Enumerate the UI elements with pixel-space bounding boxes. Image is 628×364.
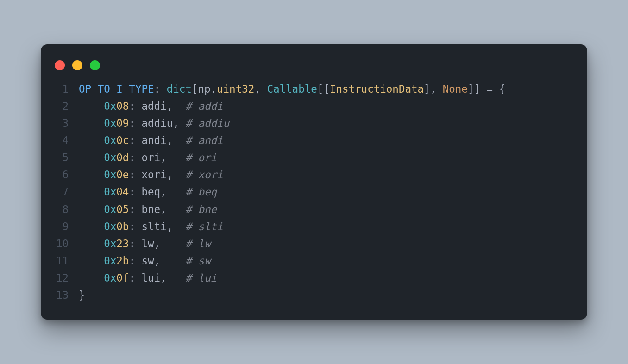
comment: # bne — [185, 201, 217, 218]
line-number: 6 — [55, 166, 79, 183]
maximize-icon[interactable] — [90, 60, 100, 70]
comment: # slti — [185, 218, 223, 235]
line-number: 3 — [55, 115, 79, 132]
comment: # andi — [185, 132, 223, 149]
type-callable: Callable — [267, 81, 317, 98]
line-number: 7 — [55, 183, 79, 201]
window-controls — [41, 57, 587, 81]
comment: # addiu — [185, 115, 229, 132]
line-number: 12 — [55, 270, 79, 287]
line-number: 11 — [55, 252, 79, 270]
code-line: 13 } — [55, 287, 573, 304]
code-line: 7 0x04: beq, # beq — [55, 183, 573, 201]
type-none: None — [443, 81, 468, 98]
line-number: 2 — [55, 98, 79, 115]
code-line: 11 0x2b: sw, # sw — [55, 252, 573, 270]
line-number: 1 — [55, 81, 79, 98]
code-line: 2 0x08: addi, # addi — [55, 98, 573, 115]
comment: # lw — [185, 235, 210, 252]
code-window: 1 OP_TO_I_TYPE: dict[np.uint32, Callable… — [41, 44, 587, 320]
comment: # sw — [185, 252, 210, 270]
line-number: 8 — [55, 201, 79, 218]
comment: # xori — [185, 166, 223, 183]
comment: # ori — [185, 149, 217, 166]
comment: # addi — [185, 98, 223, 115]
code-line: 3 0x09: addiu, # addiu — [55, 115, 573, 132]
line-number: 10 — [55, 235, 79, 252]
code-line: 12 0x0f: lui, # lui — [55, 270, 573, 287]
close-icon[interactable] — [55, 60, 65, 70]
line-number: 13 — [55, 287, 79, 304]
code-block[interactable]: 1 OP_TO_I_TYPE: dict[np.uint32, Callable… — [41, 81, 587, 304]
type-dict: dict — [167, 81, 192, 98]
minimize-icon[interactable] — [72, 60, 82, 70]
code-line: 8 0x05: bne, # bne — [55, 201, 573, 218]
comment: # beq — [185, 183, 217, 201]
close-brace: } — [79, 287, 85, 304]
code-line: 4 0x0c: andi, # andi — [55, 132, 573, 149]
code-line: 6 0x0e: xori, # xori — [55, 166, 573, 183]
variable-name: OP_TO_I_TYPE — [79, 81, 154, 98]
line-number: 5 — [55, 149, 79, 166]
code-line: 10 0x23: lw, # lw — [55, 235, 573, 252]
code-line: 1 OP_TO_I_TYPE: dict[np.uint32, Callable… — [55, 81, 573, 98]
code-line: 5 0x0d: ori, # ori — [55, 149, 573, 166]
line-number: 4 — [55, 132, 79, 149]
line-number: 9 — [55, 218, 79, 235]
code-line: 9 0x0b: slti, # slti — [55, 218, 573, 235]
comment: # lui — [185, 270, 217, 287]
